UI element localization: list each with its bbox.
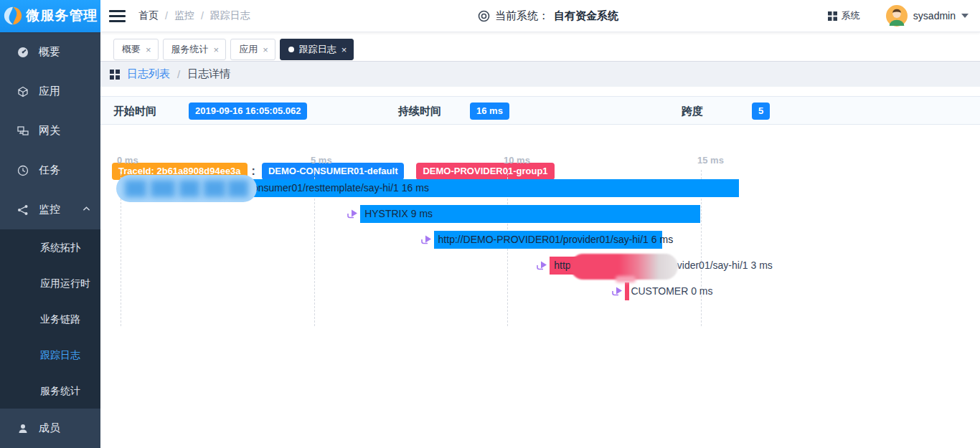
submenu-item-business-chain[interactable]: 业务链路 xyxy=(0,301,100,337)
top-header: 微服务管理 首页 / 监控 / 跟踪日志 当前系统： 自有资金系统 系统 xyxy=(0,0,980,32)
sidebar-item-label: 监控 xyxy=(39,203,60,216)
header-right: 系统 sysadmin xyxy=(828,5,980,27)
submenu-item-system-topology[interactable]: 系统拓扑 xyxy=(0,229,100,265)
monitor-submenu: 系统拓扑 应用运行时 业务链路 跟踪日志 服务统计 xyxy=(0,229,100,409)
logo-swirl-icon xyxy=(3,6,23,26)
branch-arrow-icon xyxy=(347,209,359,219)
breadcrumb-log-detail: 日志详情 xyxy=(187,67,230,81)
sidebar-item-member[interactable]: 成员 xyxy=(0,409,100,448)
start-time-value-badge: 2019-09-16 16:05:05.062 xyxy=(189,103,307,120)
caret-down-icon xyxy=(961,14,969,18)
trace-span-label: onsumer01/resttemplate/say-hi/1 16 ms xyxy=(253,179,429,197)
tab-overview[interactable]: 概要 × xyxy=(113,39,159,60)
current-system-value: 自有资金系统 xyxy=(554,9,618,23)
duration-label: 持续时间 xyxy=(398,105,441,118)
current-system-label: 当前系统： xyxy=(495,9,549,23)
tab-close-icon[interactable]: × xyxy=(146,45,151,54)
hamburger-menu-icon[interactable] xyxy=(109,10,126,22)
grid-icon xyxy=(110,70,120,80)
tab-close-icon[interactable]: × xyxy=(341,45,347,54)
branch-arrow-icon xyxy=(536,260,548,271)
dashboard-icon xyxy=(17,47,29,58)
tab-label: 概要 xyxy=(122,43,141,56)
axis-tick-label: 15 ms xyxy=(697,155,724,166)
sidebar-item-overview[interactable]: 概要 xyxy=(0,32,100,72)
trace-timeline-chart: 0 ms 5 ms 10 ms 15 ms onsumer01/resttemp… xyxy=(100,153,980,361)
sidebar-item-label: 任务 xyxy=(39,163,60,177)
gateway-icon xyxy=(17,125,29,137)
sidebar-item-label: 网关 xyxy=(39,124,60,138)
branch-arrow-icon xyxy=(611,286,623,297)
tab-close-icon[interactable]: × xyxy=(263,45,268,54)
span-count-label: 跨度 xyxy=(682,105,703,118)
trace-span-label: HYSTRIX 9 ms xyxy=(364,205,433,223)
trace-span-bar[interactable] xyxy=(625,282,629,300)
trace-span-label: http://DEMO-PROVIDER01/provider01/say-hi… xyxy=(438,231,674,249)
branch-arrow-icon xyxy=(420,234,433,245)
page-breadcrumb: 日志列表 / 日志详情 xyxy=(100,62,980,87)
submenu-item-trace-log[interactable]: 跟踪日志 xyxy=(0,337,100,373)
duration-value-badge: 16 ms xyxy=(470,103,509,120)
tab-trace-log-active[interactable]: 跟踪日志 × xyxy=(280,39,354,60)
tab-label: 跟踪日志 xyxy=(299,43,336,56)
trace-span-tail-label: ovider01/say-hi/1 3 ms xyxy=(672,257,773,275)
tab-service-stats[interactable]: 服务统计 × xyxy=(163,39,227,60)
tab-label: 应用 xyxy=(239,43,258,56)
sidebar-item-task[interactable]: 任务 xyxy=(0,151,100,190)
active-tab-dot xyxy=(288,47,294,52)
sidebar-item-label: 成员 xyxy=(39,421,60,435)
redaction-blur xyxy=(116,175,257,202)
trace-span-tail-label: CUSTOMER 0 ms xyxy=(631,282,712,300)
sidebar-item-label: 应用 xyxy=(39,85,60,98)
breadcrumb-monitor[interactable]: 监控 xyxy=(174,9,194,22)
tab-close-icon[interactable]: × xyxy=(214,45,220,54)
breadcrumb-separator: / xyxy=(201,10,204,22)
sidebar-item-gateway[interactable]: 网关 xyxy=(0,111,100,151)
main-content: 概要 × 服务统计 × 应用 × 跟踪日志 × 日志列表 / xyxy=(100,32,980,448)
username: sysadmin xyxy=(913,10,956,22)
grid-icon xyxy=(828,11,837,21)
tab-application[interactable]: 应用 × xyxy=(230,39,275,60)
system-menu-button[interactable]: 系统 xyxy=(828,9,860,22)
eye-icon xyxy=(478,10,490,22)
user-dropdown[interactable]: sysadmin xyxy=(886,5,969,27)
sidebar-item-monitor[interactable]: 监控 xyxy=(0,190,100,229)
axis-tick-label: 0 ms xyxy=(117,155,138,166)
chevron-up-icon xyxy=(83,206,90,211)
sidebar: 概要 应用 网关 任务 xyxy=(0,32,100,448)
system-menu-label: 系统 xyxy=(842,9,860,22)
redaction-blur xyxy=(616,276,636,282)
axis-tick-label: 10 ms xyxy=(504,155,530,166)
breadcrumb-log-list-link[interactable]: 日志列表 xyxy=(127,67,170,81)
start-time-label: 开始时间 xyxy=(113,105,156,118)
submenu-item-service-stats[interactable]: 服务统计 xyxy=(0,373,100,409)
open-tabs-bar: 概要 × 服务统计 × 应用 × 跟踪日志 × xyxy=(100,32,980,62)
breadcrumb: 首页 / 监控 / 跟踪日志 xyxy=(138,9,250,22)
app-logo[interactable]: 微服务管理 xyxy=(0,0,100,32)
breadcrumb-separator: / xyxy=(165,10,168,22)
tab-label: 服务统计 xyxy=(171,43,209,56)
logo-title: 微服务管理 xyxy=(27,6,98,25)
member-icon xyxy=(17,423,29,434)
breadcrumb-home[interactable]: 首页 xyxy=(138,9,159,22)
task-clock-icon xyxy=(17,165,29,176)
axis-tick-label: 5 ms xyxy=(311,155,332,166)
trace-summary-row: 开始时间 2019-09-16 16:05:05.062 持续时间 16 ms … xyxy=(100,96,980,125)
breadcrumb-trace-log[interactable]: 跟踪日志 xyxy=(210,9,250,22)
breadcrumb-separator: / xyxy=(177,68,180,80)
current-system-indicator: 当前系统： 自有资金系统 xyxy=(478,0,618,32)
app-cube-icon xyxy=(17,86,29,97)
submenu-item-app-runtime[interactable]: 应用运行时 xyxy=(0,265,100,301)
sidebar-item-label: 概要 xyxy=(39,45,60,59)
sidebar-item-application[interactable]: 应用 xyxy=(0,72,100,111)
app-window: 微服务管理 首页 / 监控 / 跟踪日志 当前系统： 自有资金系统 系统 xyxy=(0,0,980,448)
span-count-badge: 5 xyxy=(752,103,770,120)
monitor-icon xyxy=(17,204,29,216)
avatar xyxy=(886,5,908,27)
